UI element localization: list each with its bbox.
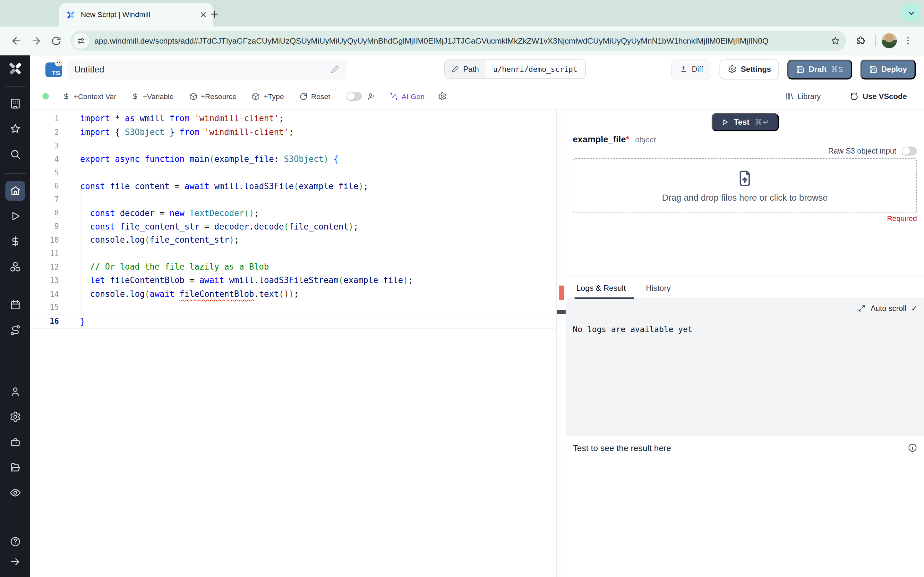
code-line-6[interactable]: 6const file_content = await wmill.loadS3…: [30, 179, 556, 193]
line-number: 12: [30, 263, 59, 271]
code-line-5[interactable]: 5: [30, 166, 556, 179]
profile-avatar[interactable]: [882, 33, 897, 48]
line-number: 2: [30, 127, 59, 137]
site-settings-button[interactable]: [73, 33, 89, 49]
overview-ruler[interactable]: [557, 110, 566, 577]
code-line-16[interactable]: 16}: [30, 314, 556, 329]
code-line-14[interactable]: 14 console.log(await fileContentBlob.tex…: [30, 287, 556, 301]
deploy-button[interactable]: Deploy: [860, 59, 916, 79]
path-edit-button[interactable]: Path: [445, 60, 485, 78]
argument-row: example_file* object: [573, 134, 656, 144]
sidebar-item-folders[interactable]: [5, 458, 25, 477]
add-context-var-button[interactable]: +Context Var: [55, 92, 124, 100]
scrollbar-thumb[interactable]: [557, 310, 566, 314]
code-line-10[interactable]: 10 console.log(file_content_str);: [30, 233, 556, 247]
browser-menu-button[interactable]: [899, 32, 917, 49]
line-number: 7: [30, 195, 59, 204]
site-settings-icon: [77, 36, 86, 45]
pencil-icon[interactable]: [330, 65, 339, 74]
sidebar-item-help[interactable]: [5, 532, 25, 552]
calendar-icon: [9, 299, 21, 311]
code-editor[interactable]: 1import * as wmill from 'windmill-client…: [30, 110, 566, 577]
save-icon: [796, 65, 804, 73]
editor-settings-button[interactable]: [432, 92, 451, 101]
raw-s3-row: Raw S3 object input: [828, 147, 917, 155]
file-dropzone[interactable]: Drag and drop files here or click to bro…: [573, 158, 917, 213]
bookmark-star-icon[interactable]: [830, 35, 840, 45]
multiplayer-toggle[interactable]: [346, 92, 362, 101]
extensions-button[interactable]: [852, 32, 870, 49]
url-bar[interactable]: app.windmill.dev/scripts/add#JTdCJTIyaGF…: [71, 31, 846, 51]
auto-scroll-control[interactable]: Auto scroll ✓: [858, 304, 918, 313]
sidebar-item-schedules[interactable]: [5, 295, 25, 315]
error-marker: [559, 285, 564, 300]
tab-history[interactable]: History: [646, 284, 670, 298]
package-icon: [252, 92, 260, 100]
code-line-2[interactable]: 2import { S3Object } from 'windmill-clie…: [30, 125, 556, 139]
sidebar-item-settings[interactable]: [5, 407, 25, 427]
code-line-11[interactable]: 11: [30, 247, 556, 260]
diff-label: Diff: [692, 65, 703, 74]
settings-button[interactable]: Settings: [720, 59, 779, 79]
add-resource-button[interactable]: +Resource: [181, 92, 244, 100]
path-field[interactable]: Path u/henri/demo_script: [444, 60, 586, 79]
sidebar-item-flows[interactable]: [5, 320, 25, 340]
code-line-7[interactable]: 7: [30, 193, 556, 206]
draft-button[interactable]: Draft ⌘S: [788, 59, 852, 79]
code-line-15[interactable]: 15: [30, 301, 556, 314]
raw-s3-toggle[interactable]: [901, 147, 917, 155]
windmill-favicon-icon: [66, 10, 75, 19]
forward-button[interactable]: [27, 32, 45, 49]
new-tab-button[interactable]: [208, 7, 222, 21]
code-line-3[interactable]: 3: [30, 139, 556, 152]
dollar-icon: [132, 92, 139, 100]
code-line-9[interactable]: 9 const file_content_str = decoder.decod…: [30, 219, 556, 233]
kebab-menu-icon: [903, 36, 913, 45]
code-line-13[interactable]: 13 let fileContentBlob = await wmill.loa…: [30, 274, 556, 287]
use-vscode-button[interactable]: Use VScode: [842, 91, 915, 101]
sidebar-item-users[interactable]: [5, 382, 25, 401]
gear-icon: [9, 411, 21, 423]
reset-button[interactable]: Reset: [292, 92, 338, 100]
back-button[interactable]: [7, 32, 25, 49]
line-number: 15: [30, 303, 59, 312]
info-icon[interactable]: [908, 443, 918, 453]
tab-search-button[interactable]: [902, 4, 920, 22]
line-number: 4: [30, 155, 59, 163]
diff-button[interactable]: Diff: [671, 59, 711, 79]
code-line-4[interactable]: 4export async function main(example_file…: [30, 152, 556, 166]
tab-logs-result[interactable]: Logs & Result: [576, 284, 626, 298]
required-badge: Required: [887, 214, 917, 223]
line-number: 1: [30, 114, 59, 123]
sidebar-item-variables[interactable]: [5, 231, 25, 251]
close-tab-icon[interactable]: [199, 11, 208, 19]
sidebar-item-resources[interactable]: [5, 257, 25, 277]
magic-wand-icon: [389, 92, 398, 101]
sidebar-item-workers[interactable]: [5, 432, 25, 452]
add-variable-button[interactable]: +Variable: [124, 92, 181, 100]
line-number: 13: [30, 276, 59, 285]
sidebar-expand-button[interactable]: [5, 552, 25, 572]
code-line-8[interactable]: 8 const decoder = new TextDecoder();: [30, 206, 556, 219]
library-button[interactable]: Library: [777, 92, 829, 101]
sidebar-item-home[interactable]: [5, 181, 25, 201]
sidebar-divider: [5, 173, 26, 174]
sidebar-item-workspace[interactable]: [5, 93, 25, 113]
language-badge[interactable]: TS: [45, 61, 61, 77]
code-line-1[interactable]: 1import * as wmill from 'windmill-client…: [30, 112, 556, 125]
reload-button[interactable]: [47, 32, 65, 49]
check-icon: ✓: [911, 304, 918, 313]
logs-body: Auto scroll ✓ No logs are available yet: [566, 299, 924, 436]
add-type-button[interactable]: +Type: [244, 92, 292, 100]
sidebar-item-favorites[interactable]: [5, 119, 25, 139]
script-title-input[interactable]: Untitled: [67, 59, 347, 79]
expand-icon[interactable]: [858, 305, 866, 312]
browser-tab[interactable]: New Script | Windmill: [59, 3, 213, 26]
sidebar-item-audit-logs[interactable]: [5, 483, 25, 503]
sidebar-item-runs[interactable]: [5, 206, 25, 226]
test-button[interactable]: Test ⌘↵: [711, 113, 779, 131]
code-line-12[interactable]: 12 // Or load the file lazily as a Blob: [30, 260, 556, 274]
code-editor-lines[interactable]: 1import * as wmill from 'windmill-client…: [30, 110, 557, 577]
ai-gen-button[interactable]: AI Gen: [381, 92, 432, 101]
sidebar-item-search[interactable]: [5, 144, 25, 164]
